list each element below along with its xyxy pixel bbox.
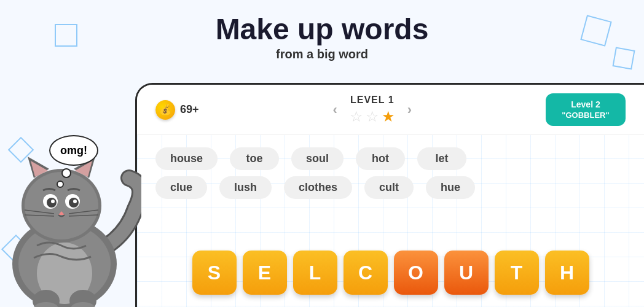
tile-t[interactable]: T (495, 251, 539, 295)
word-hot[interactable]: hot (356, 147, 405, 170)
word-lush[interactable]: lush (219, 176, 272, 199)
tile-o[interactable]: O (394, 251, 438, 295)
tile-c[interactable]: C (344, 251, 388, 295)
svg-point-18 (51, 200, 55, 203)
word-clue[interactable]: clue (155, 176, 207, 199)
tile-h[interactable]: H (545, 251, 589, 295)
word-clothes[interactable]: clothes (284, 176, 352, 199)
word-toe[interactable]: toe (230, 147, 279, 170)
coins-area: 💰 69+ (155, 100, 199, 120)
next-level-button[interactable]: › (407, 102, 412, 118)
level-label: LEVEL 1 (350, 95, 395, 106)
speech-bubble: omg! (49, 135, 98, 166)
coin-count: 69+ (180, 103, 199, 116)
sub-title: from a big word (0, 47, 644, 61)
words-area: house toe soul hot let clue lush clothes… (137, 135, 644, 211)
next-level-name: "GOBBLER" (558, 111, 613, 120)
panel-header: 💰 69+ ‹ LEVEL 1 ☆ ☆ ★ › Level 2 "GOBBLER… (137, 85, 644, 135)
coin-icon: 💰 (155, 100, 175, 120)
words-row-1: house toe soul hot let (155, 147, 626, 170)
word-hue[interactable]: hue (426, 176, 475, 199)
words-row-2: clue lush clothes cult hue (155, 176, 626, 199)
tiles-area: S E L C O U T H (192, 251, 589, 295)
level-center: LEVEL 1 ☆ ☆ ★ (350, 95, 395, 125)
star-1: ☆ (350, 108, 363, 125)
tile-s[interactable]: S (192, 251, 237, 295)
word-let[interactable]: let (417, 147, 466, 170)
tile-u[interactable]: U (444, 251, 489, 295)
word-house[interactable]: house (155, 147, 218, 170)
word-cult[interactable]: cult (364, 176, 414, 199)
cat-container: omg! (0, 86, 141, 307)
tile-l[interactable]: L (293, 251, 337, 295)
main-title: Make up words (0, 12, 644, 46)
level-next-card[interactable]: Level 2 "GOBBLER" (546, 93, 626, 126)
tile-e[interactable]: E (243, 251, 287, 295)
star-3: ★ (382, 108, 395, 125)
star-2: ☆ (366, 108, 379, 125)
game-panel: 💰 69+ ‹ LEVEL 1 ☆ ☆ ★ › Level 2 "GOBBLER… (135, 83, 644, 307)
title-area: Make up words from a big word (0, 12, 644, 61)
stars-row: ☆ ☆ ★ (350, 108, 395, 125)
next-level-label: Level 2 (558, 99, 613, 109)
svg-point-19 (73, 200, 77, 203)
prev-level-button[interactable]: ‹ (332, 102, 337, 118)
word-soul[interactable]: soul (291, 147, 344, 170)
